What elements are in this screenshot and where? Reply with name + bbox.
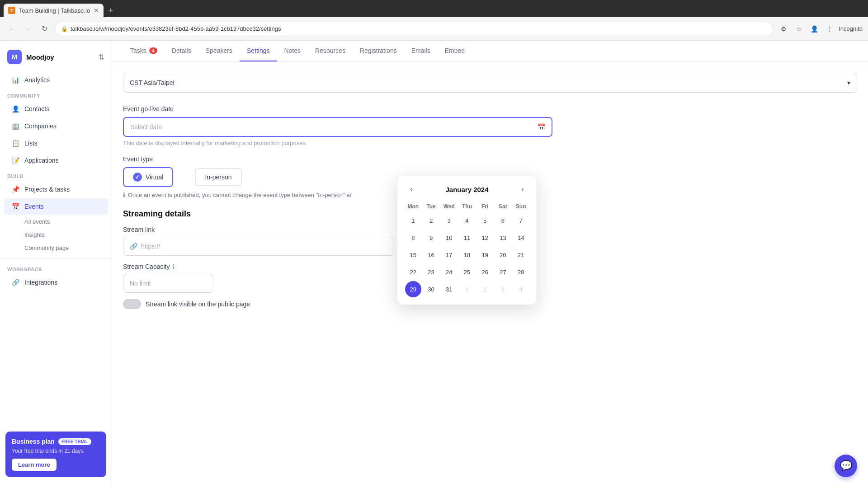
calendar-day-7[interactable]: 7	[513, 212, 529, 229]
calendar-day-22[interactable]: 22	[405, 264, 421, 280]
active-tab[interactable]: T Team Building | Talkbase.io ✕	[4, 4, 104, 17]
sidebar-label-analytics: Analytics	[24, 76, 50, 84]
tab-speakers[interactable]: Speakers	[198, 41, 240, 61]
calendar-day-3[interactable]: 3	[441, 212, 457, 229]
tab-close-button[interactable]: ✕	[94, 7, 99, 14]
extension-button[interactable]: ⚙	[777, 23, 790, 35]
back-button[interactable]: ←	[5, 23, 18, 35]
sidebar-item-companies[interactable]: 🏢 Companies	[4, 118, 108, 134]
calendar-day-26[interactable]: 26	[477, 264, 493, 280]
forward-button[interactable]: →	[22, 23, 34, 35]
tab-settings[interactable]: Settings	[240, 41, 277, 61]
incognito-label: Incognito	[839, 25, 863, 32]
calendar-day-23[interactable]: 23	[423, 264, 439, 280]
virtual-option[interactable]: Virtual	[123, 167, 173, 187]
date-input[interactable]: Select date 📅	[123, 117, 552, 137]
calendar-next-button[interactable]: ›	[516, 183, 529, 196]
tab-resources[interactable]: Resources	[308, 41, 353, 61]
calendar-day-28[interactable]: 28	[513, 264, 529, 280]
calendar-day-6[interactable]: 6	[495, 212, 511, 229]
sidebar-item-applications[interactable]: 📝 Applications	[4, 152, 108, 169]
calendar-day-19[interactable]: 19	[477, 247, 493, 263]
day-header-sat: Sat	[495, 202, 512, 211]
calendar-day-31[interactable]: 31	[441, 281, 457, 297]
timezone-select[interactable]: CST Asia/Taipei ▾	[123, 73, 857, 93]
day-header-wed: Wed	[440, 202, 458, 211]
reload-button[interactable]: ↻	[38, 23, 51, 35]
sidebar-item-contacts[interactable]: 👤 Contacts	[4, 101, 108, 117]
calendar-day-4[interactable]: 4	[459, 212, 475, 229]
calendar-day-10[interactable]: 10	[441, 230, 457, 246]
bookmark-button[interactable]: ☆	[793, 23, 805, 35]
calendar-day-14[interactable]: 14	[513, 230, 529, 246]
address-bar[interactable]: 🔒 talkbase.io/w/moodjoy/events/e33823ef-…	[54, 22, 774, 36]
tasks-badge: 4	[149, 47, 157, 54]
sidebar-logo: M	[7, 50, 22, 64]
menu-button[interactable]: ⋮	[823, 23, 836, 35]
calendar-day-13[interactable]: 13	[495, 230, 511, 246]
calendar-day-1[interactable]: 1	[405, 212, 421, 229]
calendar-day-29[interactable]: 29	[405, 281, 421, 297]
tab-embed-label: Embed	[445, 47, 465, 54]
sidebar-item-events[interactable]: 📅 Events	[4, 198, 108, 215]
sidebar-item-lists[interactable]: 📋 Lists	[4, 135, 108, 151]
calendar-icon: 📅	[538, 123, 545, 131]
sidebar-expand-icon[interactable]: ⇅	[99, 53, 104, 61]
day-header-thu: Thu	[458, 202, 476, 211]
community-page-label: Community page	[24, 244, 69, 251]
profile-button[interactable]: 👤	[808, 23, 821, 35]
sidebar-sub-community-page[interactable]: Community page	[4, 242, 108, 254]
community-section-label: COMMUNITY	[0, 89, 112, 100]
tab-tasks-label: Tasks	[130, 47, 146, 54]
date-hint: This date is displayed internally for ma…	[123, 140, 857, 146]
calendar-day-feb-2[interactable]: 2	[477, 281, 493, 297]
calendar-day-12[interactable]: 12	[477, 230, 493, 246]
calendar-day-feb-3[interactable]: 3	[495, 281, 511, 297]
calendar-day-feb-1[interactable]: 1	[459, 281, 475, 297]
chat-button[interactable]: 💬	[835, 455, 857, 477]
event-type-info-text: Once an event is published, you cannot c…	[128, 192, 352, 198]
sidebar-label-applications: Applications	[24, 157, 59, 164]
calendar-day-18[interactable]: 18	[459, 247, 475, 263]
calendar-header: ‹ January 2024 ›	[405, 183, 529, 196]
sidebar-item-integrations[interactable]: 🔗 Integrations	[4, 274, 108, 291]
calendar-day-25[interactable]: 25	[459, 264, 475, 280]
main-content: Tasks 4 Details Speakers Settings Notes …	[112, 41, 868, 488]
calendar-day-30[interactable]: 30	[423, 281, 439, 297]
calendar-day-9[interactable]: 9	[423, 230, 439, 246]
sidebar-label-companies: Companies	[24, 122, 57, 130]
calendar-day-27[interactable]: 27	[495, 264, 511, 280]
plan-card: Business plan FREE TRIAL Your free trial…	[5, 432, 106, 477]
calendar-prev-button[interactable]: ‹	[405, 183, 418, 196]
calendar-day-21[interactable]: 21	[513, 247, 529, 263]
calendar-day-17[interactable]: 17	[441, 247, 457, 263]
tab-registrations[interactable]: Registrations	[353, 41, 404, 61]
capacity-input[interactable]: No limit	[123, 274, 213, 293]
tab-notes[interactable]: Notes	[277, 41, 308, 61]
learn-more-button[interactable]: Learn more	[12, 459, 57, 471]
calendar-day-8[interactable]: 8	[405, 230, 421, 246]
sidebar-item-projects[interactable]: 📌 Projects & tasks	[4, 181, 108, 197]
calendar-day-20[interactable]: 20	[495, 247, 511, 263]
calendar-day-16[interactable]: 16	[423, 247, 439, 263]
sidebar-item-analytics[interactable]: 📊 Analytics	[4, 72, 108, 88]
calendar-day-2[interactable]: 2	[423, 212, 439, 229]
calendar-month-label: January 2024	[445, 186, 488, 193]
new-tab-button[interactable]: +	[104, 4, 118, 17]
calendar-day-feb-4[interactable]: 4	[513, 281, 529, 297]
tab-tasks[interactable]: Tasks 4	[123, 41, 165, 61]
in-person-option[interactable]: In-person	[195, 168, 241, 186]
calendar-day-11[interactable]: 11	[459, 230, 475, 246]
sidebar-sub-all-events[interactable]: All events	[4, 216, 108, 228]
build-section-label: BUILD	[0, 169, 112, 181]
stream-link-input[interactable]: 🔗 https://	[123, 237, 394, 256]
calendar-day-24[interactable]: 24	[441, 264, 457, 280]
tab-emails[interactable]: Emails	[404, 41, 438, 61]
sidebar-sub-insights[interactable]: Insights	[4, 229, 108, 241]
projects-icon: 📌	[11, 185, 20, 194]
calendar-day-5[interactable]: 5	[477, 212, 493, 229]
stream-visible-toggle[interactable]	[123, 299, 141, 309]
calendar-day-15[interactable]: 15	[405, 247, 421, 263]
tab-details[interactable]: Details	[165, 41, 198, 61]
tab-embed[interactable]: Embed	[438, 41, 472, 61]
